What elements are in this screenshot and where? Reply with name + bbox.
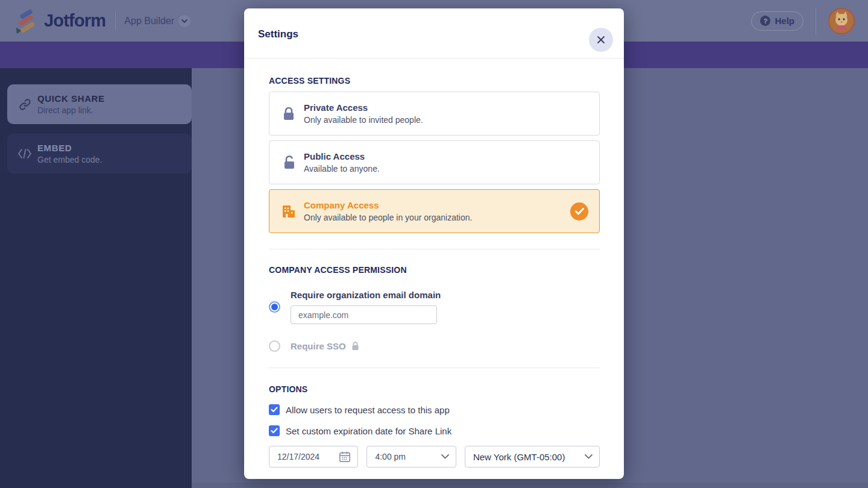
option-desc: Only available to invited people. — [304, 115, 423, 125]
app-window: Jotform App Builder ? Help — [0, 0, 868, 488]
sidebar-item-quick-share[interactable]: QUICK SHARE Direct app link. — [7, 84, 192, 124]
question-icon: ? — [760, 16, 770, 26]
option-title: Company Access — [304, 200, 472, 210]
request-access-checkbox[interactable] — [269, 404, 280, 415]
chevron-down-icon — [178, 15, 190, 27]
modal-title: Settings — [258, 28, 298, 40]
checkbox-label: Allow users to request access to this ap… — [286, 405, 450, 415]
lock-closed-icon — [280, 107, 298, 121]
checkbox-label: Set custom expiration date for Share Lin… — [286, 426, 451, 436]
expiration-date-input[interactable]: 12/17/2024 — [269, 446, 358, 468]
avatar[interactable] — [828, 8, 855, 34]
sidebar-item-subtitle: Get embed code. — [37, 155, 102, 164]
email-domain-input[interactable] — [291, 305, 437, 324]
bottom-bar — [192, 483, 868, 488]
sso-radio[interactable] — [269, 340, 280, 352]
sidebar-item-embed[interactable]: EMBED Get embed code. — [7, 134, 192, 174]
header-divider — [115, 12, 116, 30]
lock-open-icon — [280, 155, 298, 170]
option-desc: Available to anyone. — [304, 164, 380, 174]
email-domain-label: Require organization email domain — [291, 290, 441, 300]
product-dropdown[interactable]: App Builder — [124, 15, 190, 27]
public-access-option[interactable]: Public Access Available to anyone. — [269, 140, 600, 184]
section-divider — [269, 368, 600, 368]
chevron-down-icon — [585, 454, 593, 459]
email-domain-radio[interactable] — [269, 301, 280, 313]
option-desc: Only available to people in your organiz… — [304, 213, 472, 222]
help-button[interactable]: ? Help — [751, 11, 804, 31]
logo-wordmark: Jotform — [44, 11, 105, 31]
jotform-logo-icon — [13, 8, 39, 34]
option-title: Private Access — [304, 102, 423, 113]
selected-check-icon — [570, 202, 588, 221]
settings-modal: Settings ACCESS SETTINGS Private Acc — [244, 8, 624, 479]
modal-header: Settings — [244, 8, 624, 58]
option-title: Public Access — [304, 151, 380, 161]
link-icon — [17, 98, 33, 111]
header-divider — [816, 7, 816, 35]
product-label: App Builder — [124, 16, 174, 27]
options-heading: OPTIONS — [269, 384, 600, 394]
access-settings-heading: ACCESS SETTINGS — [269, 76, 600, 86]
lock-closed-icon — [351, 342, 359, 351]
expiration-time-select[interactable]: 4:00 pm — [366, 446, 456, 468]
building-icon — [280, 204, 298, 219]
share-sidebar: QUICK SHARE Direct app link. EMBED Get e… — [0, 68, 192, 488]
expiration-date-checkbox[interactable] — [269, 425, 280, 436]
code-icon — [17, 148, 33, 159]
section-divider — [269, 249, 600, 249]
date-value: 12/17/2024 — [277, 452, 319, 461]
company-access-option[interactable]: Company Access Only available to people … — [269, 189, 600, 233]
time-value: 4:00 pm — [375, 452, 406, 461]
avatar-cat-image — [829, 9, 854, 33]
sso-label: Require SSO — [291, 341, 346, 351]
sidebar-item-title: QUICK SHARE — [37, 93, 105, 104]
jotform-logo[interactable]: Jotform — [13, 8, 105, 34]
close-icon — [597, 36, 605, 44]
private-access-option[interactable]: Private Access Only available to invited… — [269, 92, 600, 136]
calendar-icon — [339, 451, 351, 463]
sidebar-item-title: EMBED — [37, 143, 102, 153]
timezone-value: New York (GMT-05:00) — [473, 452, 565, 462]
close-button[interactable] — [589, 28, 613, 52]
chevron-down-icon — [441, 454, 449, 459]
sidebar-item-subtitle: Direct app link. — [37, 105, 105, 115]
company-permission-heading: COMPANY ACCESS PERMISSION — [269, 265, 600, 275]
timezone-select[interactable]: New York (GMT-05:00) — [465, 446, 600, 468]
